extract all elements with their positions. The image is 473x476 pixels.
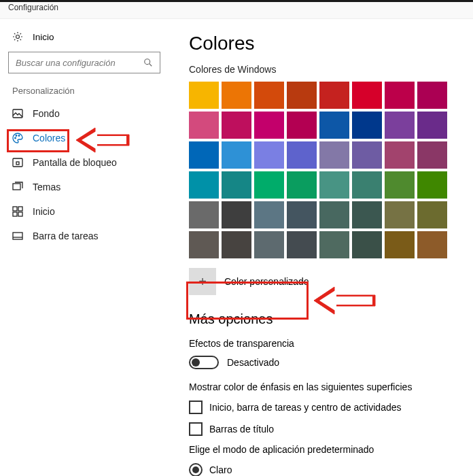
svg-rect-11 <box>13 212 17 216</box>
color-swatch[interactable] <box>189 171 219 199</box>
color-swatch[interactable] <box>385 141 415 169</box>
main-content: Colores Colores de Windows + Color perso… <box>169 19 473 476</box>
color-swatch[interactable] <box>417 231 447 258</box>
color-swatch[interactable] <box>385 82 415 109</box>
taskbar-icon <box>12 231 23 241</box>
sidebar-item-label: Inicio <box>33 206 55 217</box>
sidebar-item-inicio[interactable]: Inicio <box>0 199 169 224</box>
color-swatch[interactable] <box>287 112 317 139</box>
color-swatch[interactable] <box>417 201 447 228</box>
radio-icon <box>189 463 203 476</box>
color-swatch[interactable] <box>417 141 447 169</box>
color-swatch[interactable] <box>254 171 284 199</box>
color-swatch[interactable] <box>222 82 251 109</box>
color-swatch[interactable] <box>254 112 284 139</box>
color-swatch[interactable] <box>222 141 251 169</box>
section-label: Personalización <box>0 86 169 101</box>
radio-label: Claro <box>209 464 232 475</box>
picture-icon <box>12 108 23 119</box>
color-swatch[interactable] <box>287 141 317 169</box>
search-icon <box>143 58 153 67</box>
color-swatch[interactable] <box>287 82 317 109</box>
svg-point-5 <box>18 135 20 137</box>
grid-label: Colores de Windows <box>189 64 468 75</box>
color-swatch[interactable] <box>189 141 219 169</box>
sidebar-item-label: Temas <box>33 182 60 192</box>
sidebar-item-colores[interactable]: Colores <box>0 126 169 150</box>
color-swatch[interactable] <box>385 231 415 258</box>
color-swatch[interactable] <box>222 201 251 228</box>
color-swatch[interactable] <box>352 231 382 258</box>
color-swatch[interactable] <box>352 201 382 228</box>
color-swatch[interactable] <box>222 231 251 258</box>
color-swatch[interactable] <box>352 112 382 139</box>
color-swatch[interactable] <box>319 112 349 139</box>
search-field[interactable] <box>16 58 143 68</box>
svg-rect-10 <box>18 207 22 211</box>
transparency-block: Efectos de transparencia Desactivado <box>189 337 468 375</box>
sidebar-item-fondo[interactable]: Fondo <box>0 101 169 126</box>
plus-icon: + <box>198 274 207 290</box>
accent-description: Mostrar color de énfasis en las siguient… <box>189 381 468 392</box>
color-swatch[interactable] <box>222 171 251 199</box>
search-input[interactable] <box>8 52 160 73</box>
color-swatch[interactable] <box>352 141 382 169</box>
themes-icon <box>12 182 23 192</box>
window-titlebar: Configuración <box>0 0 473 19</box>
color-swatch[interactable] <box>385 112 415 139</box>
svg-rect-6 <box>13 158 22 167</box>
color-swatch[interactable] <box>417 171 447 199</box>
svg-rect-13 <box>13 233 22 239</box>
svg-point-0 <box>16 35 20 39</box>
color-swatch[interactable] <box>287 171 317 199</box>
color-swatch[interactable] <box>319 231 349 258</box>
color-swatch[interactable] <box>287 201 317 228</box>
color-swatch[interactable] <box>385 171 415 199</box>
color-swatch[interactable] <box>254 231 284 258</box>
color-swatch[interactable] <box>189 112 219 139</box>
check-inicio-taskbar[interactable]: Inicio, barra de tareas y centro de acti… <box>189 401 468 414</box>
check-label: Inicio, barra de tareas y centro de acti… <box>209 402 402 413</box>
sidebar-item-pantalla-bloqueo[interactable]: Pantalla de bloqueo <box>0 150 169 175</box>
color-swatch[interactable] <box>189 201 219 228</box>
color-swatch[interactable] <box>254 82 284 109</box>
color-swatch[interactable] <box>222 112 251 139</box>
check-title-bars[interactable]: Barras de título <box>189 422 468 436</box>
color-swatch[interactable] <box>189 82 219 109</box>
color-swatch[interactable] <box>319 141 349 169</box>
palette-icon <box>12 133 23 143</box>
radio-claro[interactable]: Claro <box>189 463 468 476</box>
transparency-label: Efectos de transparencia <box>189 338 468 349</box>
transparency-toggle[interactable] <box>189 356 219 369</box>
color-swatch[interactable] <box>417 82 447 109</box>
color-swatch[interactable] <box>189 231 219 258</box>
color-swatch[interactable] <box>352 171 382 199</box>
mode-description: Elige el modo de aplicación predetermina… <box>189 444 468 455</box>
window-title: Configuración <box>8 3 58 12</box>
custom-color-button[interactable]: + <box>189 268 216 295</box>
color-swatch[interactable] <box>352 82 382 109</box>
color-swatch[interactable] <box>385 201 415 228</box>
color-swatch[interactable] <box>319 171 349 199</box>
sidebar-item-barra-tareas[interactable]: Barra de tareas <box>0 224 169 248</box>
sidebar-item-temas[interactable]: Temas <box>0 175 169 199</box>
sidebar: Inicio Personalización Fondo Colores <box>0 19 169 476</box>
custom-color-label: Color personalizado <box>224 276 309 287</box>
color-swatch[interactable] <box>287 231 317 258</box>
svg-rect-8 <box>13 184 20 190</box>
color-swatch[interactable] <box>319 82 349 109</box>
svg-point-1 <box>145 59 150 65</box>
svg-point-3 <box>15 137 16 139</box>
home-button[interactable]: Inicio <box>0 27 169 52</box>
checkbox-icon <box>189 422 203 436</box>
color-swatch[interactable] <box>254 201 284 228</box>
color-swatch[interactable] <box>417 112 447 139</box>
svg-rect-7 <box>16 162 19 165</box>
svg-rect-9 <box>13 207 17 211</box>
svg-rect-12 <box>18 212 22 216</box>
sidebar-item-label: Barra de tareas <box>33 231 99 241</box>
color-swatch[interactable] <box>319 201 349 228</box>
color-swatch[interactable] <box>254 141 284 169</box>
start-icon <box>12 206 23 217</box>
transparency-state: Desactivado <box>227 357 279 368</box>
